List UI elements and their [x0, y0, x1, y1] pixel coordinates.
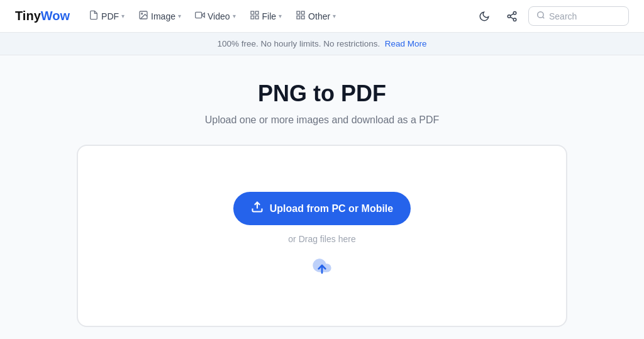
- nav-item-other[interactable]: Other ▾: [289, 6, 342, 26]
- logo-tiny: Tiny: [15, 9, 41, 23]
- svg-point-1: [142, 13, 143, 14]
- search-bar[interactable]: Search: [528, 6, 629, 26]
- chevron-video: ▾: [233, 13, 236, 19]
- logo[interactable]: TinyWow: [15, 9, 70, 23]
- image-icon: [138, 10, 148, 22]
- pdf-icon: [89, 10, 99, 22]
- share-button[interactable]: [501, 5, 523, 28]
- upload-button-label: Upload from PC or Mobile: [270, 203, 393, 214]
- other-icon: [296, 10, 306, 22]
- darkmode-toggle[interactable]: [473, 5, 496, 28]
- svg-rect-8: [297, 11, 300, 14]
- svg-line-16: [510, 13, 513, 15]
- svg-line-15: [510, 17, 513, 19]
- svg-point-14: [513, 18, 516, 21]
- nav-label-video: Video: [208, 11, 230, 21]
- read-more-link[interactable]: Read More: [385, 39, 427, 48]
- svg-point-17: [538, 12, 543, 18]
- search-placeholder: Search: [549, 11, 577, 21]
- svg-marker-2: [202, 13, 205, 18]
- chevron-pdf: ▾: [121, 13, 125, 19]
- cloud-upload-icon: [312, 255, 332, 280]
- nav-label-other: Other: [308, 11, 330, 21]
- page-title: PNG to PDF: [258, 81, 386, 107]
- main-content: PNG to PDF Upload one or more images and…: [0, 55, 644, 339]
- svg-line-18: [543, 17, 545, 19]
- nav-label-file: File: [262, 11, 277, 21]
- chevron-image: ▾: [178, 13, 181, 19]
- svg-rect-5: [255, 11, 258, 14]
- video-icon: [195, 10, 205, 22]
- svg-point-12: [513, 11, 516, 14]
- logo-wow: Wow: [41, 9, 70, 23]
- promo-banner: 100% free. No hourly limits. No restrict…: [0, 33, 644, 55]
- svg-rect-6: [255, 16, 258, 19]
- chevron-file: ▾: [279, 13, 282, 19]
- svg-rect-4: [251, 11, 254, 14]
- upload-dropzone[interactable]: Upload from PC or Mobile or Drag files h…: [77, 145, 567, 327]
- svg-rect-9: [301, 11, 304, 14]
- file-icon: [250, 10, 260, 22]
- svg-point-13: [508, 14, 511, 18]
- page-subtitle: Upload one or more images and download a…: [205, 114, 440, 126]
- nav-right: Search: [473, 5, 629, 28]
- banner-text: 100% free. No hourly limits. No restrict…: [217, 39, 380, 48]
- navbar: TinyWow PDF ▾ Image ▾: [0, 0, 644, 33]
- upload-icon: [251, 201, 264, 216]
- svg-rect-3: [196, 12, 202, 18]
- nav-item-pdf[interactable]: PDF ▾: [82, 6, 131, 26]
- svg-rect-11: [297, 16, 300, 19]
- search-icon: [536, 11, 545, 21]
- chevron-other: ▾: [333, 13, 336, 19]
- drag-text: or Drag files here: [288, 234, 355, 244]
- svg-rect-7: [251, 16, 254, 19]
- nav-item-video[interactable]: Video ▾: [189, 6, 242, 26]
- svg-rect-10: [301, 16, 304, 19]
- nav-items: PDF ▾ Image ▾ Video ▾: [82, 6, 470, 26]
- nav-item-image[interactable]: Image ▾: [132, 6, 187, 26]
- nav-item-file[interactable]: File ▾: [243, 6, 289, 26]
- upload-button[interactable]: Upload from PC or Mobile: [233, 192, 411, 225]
- nav-label-image: Image: [151, 11, 175, 21]
- nav-label-pdf: PDF: [101, 11, 119, 21]
